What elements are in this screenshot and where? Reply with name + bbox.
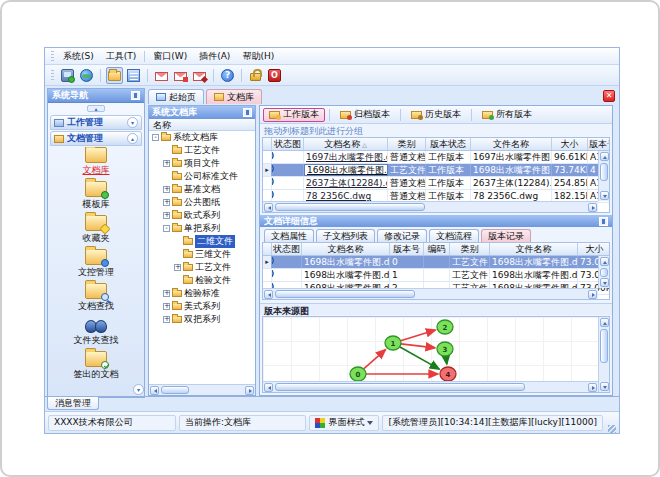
- pin-icon[interactable]: [243, 108, 252, 117]
- expand-icon[interactable]: +: [163, 199, 170, 206]
- computer-button[interactable]: [59, 67, 76, 84]
- column-header-2[interactable]: 文档名称△: [304, 138, 388, 150]
- tree-node-11[interactable]: +工艺文件: [149, 261, 255, 274]
- sidebar-item-6[interactable]: 文件夹查找: [48, 317, 144, 351]
- collapse-icon[interactable]: -: [152, 134, 159, 141]
- exit-button[interactable]: O: [266, 67, 283, 84]
- column-header-1[interactable]: 状态图: [272, 243, 302, 255]
- grid-vertical-scrollbar[interactable]: [598, 151, 609, 201]
- expand-icon[interactable]: +: [163, 212, 170, 219]
- column-header-3[interactable]: 类别: [388, 138, 426, 150]
- scroll-left-icon[interactable]: [264, 203, 273, 212]
- column-header-6[interactable]: 文件名称: [490, 243, 578, 255]
- menu-item-0[interactable]: 系统(S): [57, 48, 100, 65]
- scrollbar-thumb[interactable]: [161, 386, 189, 394]
- column-header-5[interactable]: 类别: [450, 243, 490, 255]
- version-node-2[interactable]: 2: [437, 320, 453, 334]
- expand-icon[interactable]: +: [174, 264, 181, 271]
- version-filter-button-2[interactable]: 归档版本: [334, 108, 396, 122]
- scrollbar-thumb[interactable]: [275, 203, 425, 211]
- sidebar-item-3[interactable]: 收藏夹: [48, 215, 144, 249]
- grid-horizontal-scrollbar[interactable]: [263, 201, 598, 212]
- column-header-6[interactable]: 大小: [552, 138, 588, 150]
- column-header-5[interactable]: 文件名称: [471, 138, 552, 150]
- tree-horizontal-scrollbar[interactable]: [149, 384, 255, 395]
- scrollbar-thumb[interactable]: [600, 268, 608, 277]
- sidebar-item-2[interactable]: 模板库: [48, 181, 144, 215]
- open-folder-button[interactable]: [106, 67, 123, 84]
- column-header-7[interactable]: 大小: [578, 243, 610, 255]
- scroll-down-icon[interactable]: [600, 191, 609, 200]
- column-header-1[interactable]: 状态图: [272, 138, 304, 150]
- expand-icon[interactable]: +: [163, 316, 170, 323]
- message-manager-tab[interactable]: 消息管理: [47, 397, 99, 410]
- expand-icon[interactable]: +: [163, 186, 170, 193]
- mail-delete-button[interactable]: [191, 67, 208, 84]
- tab-start-page[interactable]: 起始页: [148, 89, 204, 104]
- tree-node-8[interactable]: -单把系列: [149, 222, 255, 235]
- table-row[interactable]: ▸1698出水嘴零件图.dwg0工艺文件1698出水嘴零件图.dwg73.00K…: [263, 256, 609, 269]
- menu-item-1[interactable]: 工具(T): [100, 48, 143, 65]
- chevron-down-icon[interactable]: ▾: [133, 384, 144, 395]
- detail-tab-3[interactable]: 修改记录: [377, 229, 427, 242]
- table-row[interactable]: 1697出水嘴零件图.dwg普通文档工作版本1697出水嘴零件图.dwg96.6…: [263, 151, 609, 164]
- scrollbar-thumb[interactable]: [600, 329, 608, 363]
- collapse-icon[interactable]: -: [163, 225, 170, 232]
- pin-icon[interactable]: [599, 217, 608, 226]
- scroll-up-icon[interactable]: [600, 257, 609, 266]
- column-header-4[interactable]: 编码: [424, 243, 450, 255]
- graph-horizontal-scrollbar[interactable]: [263, 381, 598, 392]
- scroll-right-icon[interactable]: [245, 386, 254, 395]
- scroll-up-icon[interactable]: [600, 152, 609, 161]
- tree-node-2[interactable]: 工艺文件: [149, 144, 255, 157]
- detail-tab-2[interactable]: 子文档列表: [316, 229, 375, 242]
- tree-node-10[interactable]: 三维文件: [149, 248, 255, 261]
- close-tab-icon[interactable]: ✕: [603, 90, 615, 102]
- menu-item-4[interactable]: 帮助(H): [236, 48, 280, 65]
- scrollbar-thumb[interactable]: [600, 163, 608, 181]
- tree-node-6[interactable]: +公共图纸: [149, 196, 255, 209]
- tree-node-15[interactable]: +双把系列: [149, 313, 255, 326]
- expand-icon[interactable]: +: [163, 303, 170, 310]
- chevron-down-icon[interactable]: ▾: [127, 117, 138, 128]
- mail-button[interactable]: [153, 67, 170, 84]
- tree-node-9[interactable]: 二维文件: [149, 235, 255, 248]
- version-filter-button-4[interactable]: 所有版本: [476, 108, 538, 122]
- tree-node-7[interactable]: +欧式系列: [149, 209, 255, 222]
- folder-view-button[interactable]: [125, 67, 142, 84]
- scroll-right-icon[interactable]: [588, 290, 597, 299]
- scroll-left-icon[interactable]: [264, 383, 273, 392]
- column-header-4[interactable]: 版本状态: [426, 138, 471, 150]
- tree-node-4[interactable]: 公司标准文件: [149, 170, 255, 183]
- sidebar-item-1[interactable]: 文档库: [48, 147, 144, 181]
- menu-item-3[interactable]: 插件(A): [193, 48, 236, 65]
- lock-button[interactable]: [247, 67, 264, 84]
- tree-node-5[interactable]: +基准文档: [149, 183, 255, 196]
- tree-column-header[interactable]: 名称: [149, 119, 255, 131]
- scroll-up-icon[interactable]: [600, 318, 609, 327]
- version-filter-button-1[interactable]: 工作版本: [263, 108, 325, 122]
- sidebar-group-document[interactable]: 文档管理▴: [50, 131, 142, 146]
- resize-grip[interactable]: [608, 425, 616, 433]
- tree-node-3[interactable]: +项目文件: [149, 157, 255, 170]
- sidebar-item-7[interactable]: 签出的文档: [48, 351, 144, 383]
- expand-icon[interactable]: +: [163, 290, 170, 297]
- scroll-left-icon[interactable]: [150, 386, 159, 395]
- menu-item-2[interactable]: 窗口(W): [147, 48, 193, 65]
- scroll-right-icon[interactable]: [588, 203, 597, 212]
- version-node-3[interactable]: 3: [437, 342, 453, 356]
- tree-node-13[interactable]: +检验标准: [149, 287, 255, 300]
- version-node-1[interactable]: 1: [385, 336, 401, 350]
- version-node-4[interactable]: 4: [440, 367, 456, 381]
- sidebar-item-5[interactable]: 文档查找: [48, 283, 144, 317]
- version-filter-button-3[interactable]: 历史版本: [405, 108, 467, 122]
- scrollbar-thumb[interactable]: [275, 290, 415, 298]
- sidebar-group-work[interactable]: 工作管理▾: [50, 115, 142, 130]
- graph-vertical-scrollbar[interactable]: [598, 317, 609, 392]
- scroll-right-icon[interactable]: [588, 383, 597, 392]
- tree-node-14[interactable]: +美式系列: [149, 300, 255, 313]
- scroll-down-icon[interactable]: [600, 382, 609, 391]
- tab-document-library[interactable]: 文档库: [206, 89, 262, 104]
- chevron-up-icon[interactable]: ▴: [127, 133, 138, 144]
- scroll-left-icon[interactable]: [264, 290, 273, 299]
